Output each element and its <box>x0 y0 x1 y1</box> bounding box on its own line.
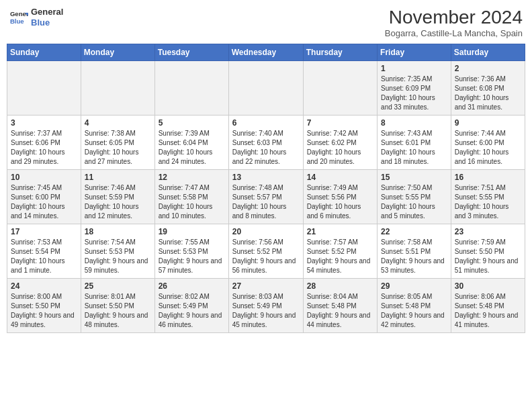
day-info: Sunrise: 7:56 AM Sunset: 5:52 PM Dayligh… <box>232 238 300 275</box>
day-info: Sunrise: 8:05 AM Sunset: 5:48 PM Dayligh… <box>381 292 447 330</box>
day-number: 25 <box>85 281 151 291</box>
calendar-day: 18Sunrise: 7:54 AM Sunset: 5:53 PM Dayli… <box>81 224 154 279</box>
day-number: 13 <box>232 173 300 182</box>
calendar-day: 6Sunrise: 7:40 AM Sunset: 6:03 PM Daylig… <box>228 116 303 170</box>
calendar-day: 22Sunrise: 7:58 AM Sunset: 5:51 PM Dayli… <box>378 224 451 279</box>
day-number: 12 <box>159 173 225 182</box>
calendar-day: 28Sunrise: 8:04 AM Sunset: 5:48 PM Dayli… <box>303 279 377 333</box>
calendar-day: 2Sunrise: 7:36 AM Sunset: 6:08 PM Daylig… <box>451 61 525 116</box>
weekday-header-friday: Friday <box>378 44 451 61</box>
day-info: Sunrise: 7:54 AM Sunset: 5:53 PM Dayligh… <box>85 238 151 275</box>
calendar-week-1: 1Sunrise: 7:35 AM Sunset: 6:09 PM Daylig… <box>7 61 525 116</box>
calendar-day: 26Sunrise: 8:02 AM Sunset: 5:49 PM Dayli… <box>154 279 228 333</box>
day-number: 9 <box>455 118 521 128</box>
calendar-day: 4Sunrise: 7:38 AM Sunset: 6:05 PM Daylig… <box>81 116 154 170</box>
calendar-day <box>154 61 228 116</box>
day-number: 19 <box>159 227 225 236</box>
day-number: 10 <box>11 173 77 182</box>
calendar-day: 13Sunrise: 7:48 AM Sunset: 5:57 PM Dayli… <box>228 170 303 224</box>
calendar-day <box>7 61 81 116</box>
day-info: Sunrise: 8:06 AM Sunset: 5:48 PM Dayligh… <box>455 292 521 330</box>
calendar-day: 27Sunrise: 8:03 AM Sunset: 5:49 PM Dayli… <box>228 279 303 333</box>
day-info: Sunrise: 7:36 AM Sunset: 6:08 PM Dayligh… <box>455 75 521 112</box>
day-info: Sunrise: 7:51 AM Sunset: 5:55 PM Dayligh… <box>455 183 521 221</box>
day-number: 5 <box>159 118 225 128</box>
calendar-week-5: 24Sunrise: 8:00 AM Sunset: 5:50 PM Dayli… <box>7 279 525 333</box>
calendar-day: 23Sunrise: 7:59 AM Sunset: 5:50 PM Dayli… <box>451 224 525 279</box>
day-number: 2 <box>455 64 521 73</box>
calendar-day: 5Sunrise: 7:39 AM Sunset: 6:04 PM Daylig… <box>154 116 228 170</box>
calendar-table: SundayMondayTuesdayWednesdayThursdayFrid… <box>7 44 525 333</box>
day-info: Sunrise: 8:02 AM Sunset: 5:49 PM Dayligh… <box>159 292 225 330</box>
day-info: Sunrise: 7:58 AM Sunset: 5:51 PM Dayligh… <box>381 238 447 275</box>
calendar-day: 24Sunrise: 8:00 AM Sunset: 5:50 PM Dayli… <box>7 279 81 333</box>
day-info: Sunrise: 7:59 AM Sunset: 5:50 PM Dayligh… <box>455 238 521 275</box>
day-info: Sunrise: 8:00 AM Sunset: 5:50 PM Dayligh… <box>11 292 77 330</box>
day-info: Sunrise: 7:53 AM Sunset: 5:54 PM Dayligh… <box>11 238 77 275</box>
day-info: Sunrise: 7:47 AM Sunset: 5:58 PM Dayligh… <box>159 183 225 221</box>
day-number: 28 <box>307 281 373 291</box>
day-number: 6 <box>232 118 300 128</box>
day-info: Sunrise: 8:04 AM Sunset: 5:48 PM Dayligh… <box>307 292 373 330</box>
calendar-day: 7Sunrise: 7:42 AM Sunset: 6:02 PM Daylig… <box>303 116 377 170</box>
day-number: 4 <box>85 118 151 128</box>
day-number: 8 <box>381 118 447 128</box>
day-info: Sunrise: 7:35 AM Sunset: 6:09 PM Dayligh… <box>381 75 447 112</box>
day-number: 11 <box>85 173 151 182</box>
day-number: 7 <box>307 118 373 128</box>
weekday-header-tuesday: Tuesday <box>154 44 228 61</box>
day-info: Sunrise: 7:55 AM Sunset: 5:53 PM Dayligh… <box>159 238 225 275</box>
day-number: 1 <box>381 64 447 73</box>
calendar-day: 17Sunrise: 7:53 AM Sunset: 5:54 PM Dayli… <box>7 224 81 279</box>
day-info: Sunrise: 7:46 AM Sunset: 5:59 PM Dayligh… <box>85 183 151 221</box>
calendar-day: 29Sunrise: 8:05 AM Sunset: 5:48 PM Dayli… <box>378 279 451 333</box>
day-number: 18 <box>85 227 151 236</box>
logo: General Blue General Blue <box>9 7 63 28</box>
day-number: 23 <box>455 227 521 236</box>
day-info: Sunrise: 8:01 AM Sunset: 5:50 PM Dayligh… <box>85 292 151 330</box>
day-info: Sunrise: 7:50 AM Sunset: 5:55 PM Dayligh… <box>381 183 447 221</box>
logo-icon: General Blue <box>9 8 28 27</box>
day-info: Sunrise: 7:42 AM Sunset: 6:02 PM Dayligh… <box>307 129 373 167</box>
day-info: Sunrise: 7:48 AM Sunset: 5:57 PM Dayligh… <box>232 183 300 221</box>
weekday-header-thursday: Thursday <box>303 44 377 61</box>
day-number: 26 <box>159 281 225 291</box>
day-number: 29 <box>381 281 447 291</box>
svg-text:General: General <box>10 10 28 17</box>
calendar-day: 20Sunrise: 7:56 AM Sunset: 5:52 PM Dayli… <box>228 224 303 279</box>
calendar-day: 14Sunrise: 7:49 AM Sunset: 5:56 PM Dayli… <box>303 170 377 224</box>
calendar-day: 16Sunrise: 7:51 AM Sunset: 5:55 PM Dayli… <box>451 170 525 224</box>
day-info: Sunrise: 7:39 AM Sunset: 6:04 PM Dayligh… <box>159 129 225 167</box>
calendar-week-2: 3Sunrise: 7:37 AM Sunset: 6:06 PM Daylig… <box>7 116 525 170</box>
calendar-day: 15Sunrise: 7:50 AM Sunset: 5:55 PM Dayli… <box>378 170 451 224</box>
day-info: Sunrise: 7:40 AM Sunset: 6:03 PM Dayligh… <box>232 129 300 167</box>
day-info: Sunrise: 7:37 AM Sunset: 6:06 PM Dayligh… <box>11 129 77 167</box>
weekday-header-wednesday: Wednesday <box>228 44 303 61</box>
calendar-week-3: 10Sunrise: 7:45 AM Sunset: 6:00 PM Dayli… <box>7 170 525 224</box>
day-info: Sunrise: 7:44 AM Sunset: 6:00 PM Dayligh… <box>455 129 521 167</box>
month-title: November 2024 <box>385 7 523 28</box>
logo-line2: Blue <box>31 17 63 28</box>
day-info: Sunrise: 7:49 AM Sunset: 5:56 PM Dayligh… <box>307 183 373 221</box>
day-info: Sunrise: 7:45 AM Sunset: 6:00 PM Dayligh… <box>11 183 77 221</box>
weekday-header-saturday: Saturday <box>451 44 525 61</box>
day-info: Sunrise: 8:03 AM Sunset: 5:49 PM Dayligh… <box>232 292 300 330</box>
day-number: 20 <box>232 227 300 236</box>
calendar-day: 9Sunrise: 7:44 AM Sunset: 6:00 PM Daylig… <box>451 116 525 170</box>
day-number: 3 <box>11 118 77 128</box>
day-info: Sunrise: 7:57 AM Sunset: 5:52 PM Dayligh… <box>307 238 373 275</box>
day-number: 24 <box>11 281 77 291</box>
calendar-day <box>228 61 303 116</box>
page-header: General Blue General Blue November 2024 … <box>7 7 525 38</box>
day-number: 22 <box>381 227 447 236</box>
day-number: 14 <box>307 173 373 182</box>
calendar-day: 10Sunrise: 7:45 AM Sunset: 6:00 PM Dayli… <box>7 170 81 224</box>
calendar-day: 25Sunrise: 8:01 AM Sunset: 5:50 PM Dayli… <box>81 279 154 333</box>
calendar-week-4: 17Sunrise: 7:53 AM Sunset: 5:54 PM Dayli… <box>7 224 525 279</box>
day-number: 27 <box>232 281 300 291</box>
day-number: 21 <box>307 227 373 236</box>
day-number: 16 <box>455 173 521 182</box>
calendar-day <box>81 61 154 116</box>
calendar-day: 21Sunrise: 7:57 AM Sunset: 5:52 PM Dayli… <box>303 224 377 279</box>
svg-text:Blue: Blue <box>10 17 24 24</box>
